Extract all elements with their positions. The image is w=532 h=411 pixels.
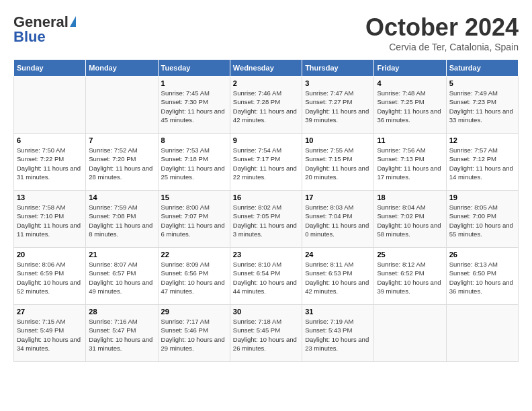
day-info: Sunrise: 8:12 AM Sunset: 6:52 PM Dayligh…: [377, 260, 443, 295]
daylight-text: Daylight: 10 hours and 49 minutes.: [89, 279, 152, 295]
day-info: Sunrise: 7:16 AM Sunset: 5:47 PM Dayligh…: [89, 317, 154, 353]
sunset-text: Sunset: 7:04 PM: [305, 212, 352, 220]
sunrise-text: Sunrise: 7:56 AM: [377, 146, 425, 154]
calendar-cell: [446, 305, 518, 362]
calendar-cell: 21 Sunrise: 8:07 AM Sunset: 6:57 PM Dayl…: [86, 248, 158, 305]
weekday-row: SundayMondayTuesdayWednesdayThursdayFrid…: [14, 60, 519, 77]
daylight-text: Daylight: 10 hours and 36 minutes.: [449, 279, 513, 295]
daylight-text: Daylight: 10 hours and 55 minutes.: [449, 222, 513, 238]
calendar-cell: [374, 305, 446, 362]
day-number: 27: [17, 308, 83, 316]
sunrise-text: Sunrise: 7:50 AM: [17, 146, 65, 154]
sunrise-text: Sunrise: 7:47 AM: [305, 89, 353, 97]
calendar-cell: 20 Sunrise: 8:06 AM Sunset: 6:59 PM Dayl…: [14, 248, 86, 305]
daylight-text: Daylight: 11 hours and 8 minutes.: [89, 222, 152, 238]
logo: General Blue: [13, 13, 76, 46]
sunset-text: Sunset: 5:43 PM: [305, 326, 352, 334]
daylight-text: Daylight: 10 hours and 34 minutes.: [17, 336, 81, 352]
daylight-text: Daylight: 11 hours and 33 minutes.: [449, 107, 513, 124]
daylight-text: Daylight: 11 hours and 22 minutes.: [233, 165, 297, 181]
daylight-text: Daylight: 10 hours and 39 minutes.: [377, 279, 441, 295]
calendar-cell: 11 Sunrise: 7:56 AM Sunset: 7:13 PM Dayl…: [374, 134, 446, 191]
page-header: General Blue October 2024 Cervia de Ter,…: [13, 13, 519, 52]
daylight-text: Daylight: 10 hours and 31 minutes.: [89, 336, 152, 352]
day-number: 16: [233, 193, 299, 201]
day-info: Sunrise: 7:59 AM Sunset: 7:08 PM Dayligh…: [89, 203, 154, 238]
day-number: 13: [17, 193, 83, 201]
day-number: 25: [377, 250, 443, 259]
day-info: Sunrise: 8:09 AM Sunset: 6:56 PM Dayligh…: [161, 260, 227, 295]
daylight-text: Daylight: 10 hours and 58 minutes.: [377, 222, 441, 238]
calendar-cell: 30 Sunrise: 7:18 AM Sunset: 5:45 PM Dayl…: [230, 305, 302, 362]
sunset-text: Sunset: 5:46 PM: [161, 326, 208, 334]
sunset-text: Sunset: 7:25 PM: [377, 98, 424, 105]
day-number: 24: [305, 250, 371, 259]
calendar-cell: 19 Sunrise: 8:05 AM Sunset: 7:00 PM Dayl…: [446, 191, 518, 248]
daylight-text: Daylight: 11 hours and 31 minutes.: [17, 165, 81, 181]
daylight-text: Daylight: 10 hours and 29 minutes.: [161, 336, 225, 352]
daylight-text: Daylight: 11 hours and 45 minutes.: [161, 107, 225, 124]
day-number: 18: [377, 193, 443, 201]
calendar-cell: 25 Sunrise: 8:12 AM Sunset: 6:52 PM Dayl…: [374, 248, 446, 305]
sunset-text: Sunset: 6:54 PM: [233, 269, 280, 277]
day-info: Sunrise: 7:19 AM Sunset: 5:43 PM Dayligh…: [305, 317, 371, 353]
day-number: 20: [17, 250, 83, 259]
weekday-header: Thursday: [302, 60, 374, 77]
day-number: 11: [377, 136, 443, 144]
month-title: October 2024: [365, 13, 519, 42]
day-info: Sunrise: 7:53 AM Sunset: 7:18 PM Dayligh…: [161, 146, 227, 181]
calendar-cell: 8 Sunrise: 7:53 AM Sunset: 7:18 PM Dayli…: [158, 134, 230, 191]
sunset-text: Sunset: 6:53 PM: [305, 269, 352, 277]
calendar-cell: 7 Sunrise: 7:52 AM Sunset: 7:20 PM Dayli…: [86, 134, 158, 191]
sunrise-text: Sunrise: 8:07 AM: [89, 261, 137, 268]
sunset-text: Sunset: 7:22 PM: [17, 155, 64, 163]
day-info: Sunrise: 7:45 AM Sunset: 7:30 PM Dayligh…: [161, 89, 227, 124]
calendar-cell: 15 Sunrise: 8:00 AM Sunset: 7:07 PM Dayl…: [158, 191, 230, 248]
sunset-text: Sunset: 7:10 PM: [17, 212, 64, 220]
calendar-cell: 13 Sunrise: 7:58 AM Sunset: 7:10 PM Dayl…: [14, 191, 86, 248]
calendar-cell: 14 Sunrise: 7:59 AM Sunset: 7:08 PM Dayl…: [86, 191, 158, 248]
sunrise-text: Sunrise: 7:53 AM: [161, 146, 210, 154]
sunrise-text: Sunrise: 8:05 AM: [449, 203, 498, 211]
day-info: Sunrise: 7:17 AM Sunset: 5:46 PM Dayligh…: [161, 317, 227, 353]
day-info: Sunrise: 7:56 AM Sunset: 7:13 PM Dayligh…: [377, 146, 443, 181]
sunrise-text: Sunrise: 8:02 AM: [233, 203, 281, 211]
sunset-text: Sunset: 5:47 PM: [89, 326, 136, 334]
sunset-text: Sunset: 7:13 PM: [377, 155, 424, 163]
daylight-text: Daylight: 10 hours and 44 minutes.: [233, 279, 297, 295]
calendar-cell: 5 Sunrise: 7:49 AM Sunset: 7:23 PM Dayli…: [446, 77, 518, 134]
daylight-text: Daylight: 10 hours and 47 minutes.: [161, 279, 225, 295]
day-number: 12: [449, 136, 515, 144]
day-info: Sunrise: 8:00 AM Sunset: 7:07 PM Dayligh…: [161, 203, 227, 238]
sunset-text: Sunset: 7:17 PM: [233, 155, 280, 163]
day-info: Sunrise: 7:54 AM Sunset: 7:17 PM Dayligh…: [233, 146, 299, 181]
sunset-text: Sunset: 7:15 PM: [305, 155, 352, 163]
sunset-text: Sunset: 7:23 PM: [449, 98, 496, 105]
sunset-text: Sunset: 6:56 PM: [161, 269, 208, 277]
calendar-cell: 29 Sunrise: 7:17 AM Sunset: 5:46 PM Dayl…: [158, 305, 230, 362]
calendar-cell: 18 Sunrise: 8:04 AM Sunset: 7:02 PM Dayl…: [374, 191, 446, 248]
day-number: 15: [161, 193, 227, 201]
day-info: Sunrise: 7:15 AM Sunset: 5:49 PM Dayligh…: [17, 317, 83, 353]
daylight-text: Daylight: 11 hours and 39 minutes.: [305, 107, 369, 124]
calendar-cell: 2 Sunrise: 7:46 AM Sunset: 7:28 PM Dayli…: [230, 77, 302, 134]
day-info: Sunrise: 7:47 AM Sunset: 7:27 PM Dayligh…: [305, 89, 371, 124]
weekday-header: Friday: [374, 60, 446, 77]
day-info: Sunrise: 8:04 AM Sunset: 7:02 PM Dayligh…: [377, 203, 443, 238]
sunrise-text: Sunrise: 7:17 AM: [161, 318, 210, 325]
sunset-text: Sunset: 7:30 PM: [161, 98, 208, 105]
day-number: 17: [305, 193, 371, 201]
day-number: 10: [305, 136, 371, 144]
day-info: Sunrise: 8:02 AM Sunset: 7:05 PM Dayligh…: [233, 203, 299, 238]
day-number: 29: [161, 308, 227, 316]
day-number: 21: [89, 250, 154, 259]
daylight-text: Daylight: 11 hours and 28 minutes.: [89, 165, 152, 181]
sunrise-text: Sunrise: 7:19 AM: [305, 318, 353, 325]
day-info: Sunrise: 7:18 AM Sunset: 5:45 PM Dayligh…: [233, 317, 299, 353]
sunset-text: Sunset: 7:28 PM: [233, 98, 280, 105]
sunrise-text: Sunrise: 7:59 AM: [89, 203, 137, 211]
calendar-cell: 9 Sunrise: 7:54 AM Sunset: 7:17 PM Dayli…: [230, 134, 302, 191]
calendar-cell: 12 Sunrise: 7:57 AM Sunset: 7:12 PM Dayl…: [446, 134, 518, 191]
sunrise-text: Sunrise: 8:12 AM: [377, 261, 425, 268]
day-info: Sunrise: 7:55 AM Sunset: 7:15 PM Dayligh…: [305, 146, 371, 181]
